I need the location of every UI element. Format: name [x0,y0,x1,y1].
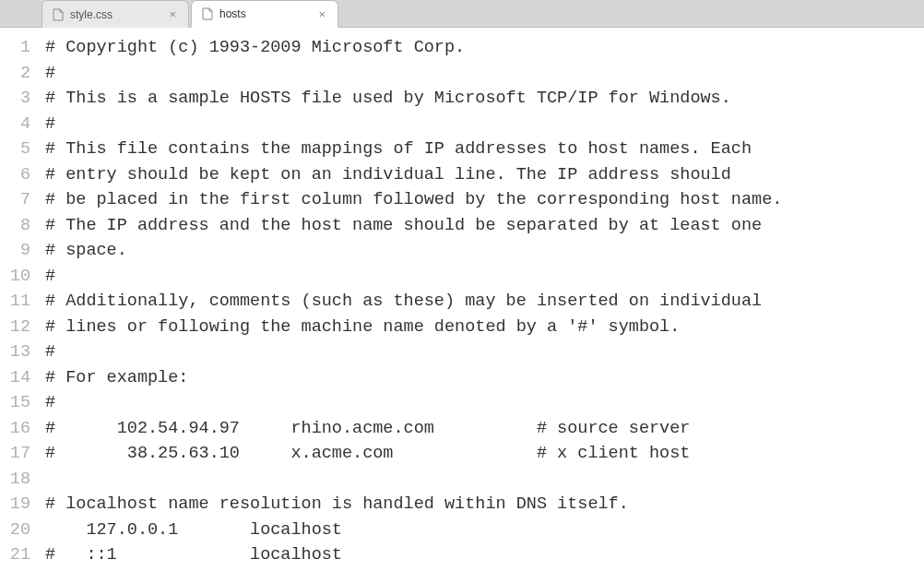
line-number-gutter: 123456789101112131415161718192021 [0,28,41,571]
line-number: 3 [0,86,30,112]
tab-label: hosts [219,7,308,20]
code-line: # Copyright (c) 1993-2009 Microsoft Corp… [45,35,924,61]
code-line: # [45,61,924,87]
code-line: # localhost name resolution is handled w… [45,492,924,517]
code-line [45,467,924,493]
line-number: 19 [0,492,30,517]
line-number: 21 [0,542,30,568]
code-line: # [45,264,924,290]
code-line: # [45,390,924,416]
line-number: 7 [0,187,30,213]
code-line: # For example: [45,365,924,391]
line-number: 8 [0,213,30,239]
code-line: # [45,339,924,365]
file-icon [201,7,214,20]
code-line: # 102.54.94.97 rhino.acme.com # source s… [45,416,924,442]
line-number: 1 [0,35,30,61]
line-number: 15 [0,390,30,416]
line-number: 9 [0,238,30,264]
close-icon[interactable]: × [166,7,179,21]
line-number: 18 [0,467,30,493]
code-line: # 38.25.63.10 x.acme.com # x client host [45,441,924,467]
line-number: 14 [0,365,30,391]
line-number: 4 [0,112,30,137]
tab-style-css[interactable]: style.css × [41,0,189,28]
tab-label: style.css [70,8,159,21]
close-icon[interactable]: × [315,7,328,21]
editor: 123456789101112131415161718192021 # Copy… [0,28,924,571]
line-number: 20 [0,517,30,543]
code-line: # This is a sample HOSTS file used by Mi… [45,86,924,112]
line-number: 11 [0,289,30,315]
line-number: 16 [0,416,30,442]
line-number: 10 [0,264,30,290]
code-line: # This file contains the mappings of IP … [45,137,924,162]
code-line: # entry should be kept on an individual … [45,162,924,188]
line-number: 12 [0,315,30,340]
line-number: 6 [0,162,30,188]
line-number: 17 [0,441,30,467]
tab-bar: style.css × hosts × [0,0,924,28]
file-icon [52,8,65,21]
code-area[interactable]: # Copyright (c) 1993-2009 Microsoft Corp… [41,28,924,571]
code-line: 127.0.0.1 localhost [45,517,924,543]
tab-hosts[interactable]: hosts × [191,0,338,28]
code-line: # Additionally, comments (such as these)… [45,289,924,315]
code-line: # lines or following the machine name de… [45,315,924,340]
code-line: # be placed in the first column followed… [45,187,924,213]
code-line: # space. [45,238,924,264]
line-number: 5 [0,137,30,162]
code-line: # ::1 localhost [45,542,924,568]
code-line: # [45,112,924,137]
line-number: 2 [0,61,30,87]
line-number: 13 [0,339,30,365]
code-line: # The IP address and the host name shoul… [45,213,924,239]
